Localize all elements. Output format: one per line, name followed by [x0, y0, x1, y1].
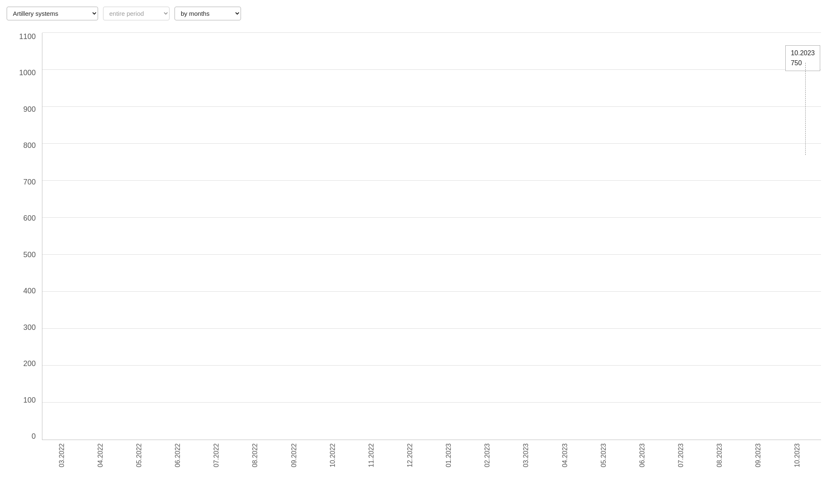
x-label: 04.2023 — [561, 443, 569, 467]
x-label: 03.2022 — [58, 443, 66, 467]
x-label-group: 04.2022 — [85, 440, 116, 473]
x-label-group: 07.2023 — [666, 440, 697, 473]
x-label-group: 08.2023 — [704, 440, 735, 473]
period-select[interactable]: entire period 2022 2023 — [103, 7, 170, 20]
x-label: 01.2023 — [445, 443, 452, 467]
tooltip-line — [805, 63, 806, 155]
grouping-select[interactable]: by months by weeks by days — [175, 7, 241, 20]
tooltip-value: 750 — [791, 58, 815, 68]
x-label: 12.2022 — [406, 443, 414, 467]
x-label-group: 09.2023 — [743, 440, 774, 473]
x-label: 10.2022 — [329, 443, 337, 467]
x-label-group: 05.2022 — [123, 440, 155, 473]
y-label: 300 — [15, 324, 40, 331]
y-label: 200 — [15, 360, 40, 367]
x-label-group: 10.2023 — [782, 440, 813, 473]
x-label: 06.2022 — [174, 443, 182, 467]
filter-controls: Artillery systems Tanks Aircraft Helicop… — [7, 7, 824, 20]
y-label: 800 — [15, 142, 40, 149]
y-axis: 010020030040050060070080090010001100 — [15, 33, 40, 440]
x-label: 07.2023 — [677, 443, 685, 467]
tooltip-box: 10.2023 750 — [785, 45, 820, 71]
x-label: 07.2022 — [213, 443, 220, 467]
y-label: 600 — [15, 214, 40, 222]
x-label-group: 04.2023 — [549, 440, 580, 473]
x-label-group: 05.2023 — [588, 440, 619, 473]
x-label: 06.2023 — [639, 443, 646, 467]
x-label-group: 03.2022 — [46, 440, 77, 473]
x-label-group: 11.2022 — [356, 440, 387, 473]
x-label-group: 12.2022 — [394, 440, 425, 473]
category-select[interactable]: Artillery systems Tanks Aircraft Helicop… — [7, 7, 98, 20]
y-label: 0 — [15, 433, 40, 440]
x-label: 09.2023 — [755, 443, 762, 467]
x-label: 05.2023 — [600, 443, 607, 467]
x-label: 04.2022 — [97, 443, 104, 467]
x-label-group: 08.2022 — [240, 440, 271, 473]
bars-container — [42, 33, 821, 440]
x-label: 08.2023 — [716, 443, 723, 467]
x-axis: 03.202204.202205.202206.202207.202208.20… — [42, 440, 821, 473]
x-label-group: 01.2023 — [433, 440, 465, 473]
y-label: 100 — [15, 396, 40, 404]
x-label-group: 07.2022 — [201, 440, 232, 473]
chart-area: 010020030040050060070080090010001100 10.… — [15, 33, 821, 473]
x-label-group: 06.2023 — [627, 440, 658, 473]
x-label: 03.2023 — [522, 443, 530, 467]
x-label: 05.2022 — [135, 443, 143, 467]
x-label-group: 03.2023 — [511, 440, 542, 473]
x-label-group: 02.2023 — [472, 440, 503, 473]
x-label: 09.2022 — [290, 443, 298, 467]
x-label-group: 09.2022 — [278, 440, 310, 473]
y-label: 1100 — [15, 33, 40, 40]
x-label-group: 06.2022 — [162, 440, 193, 473]
x-label: 10.2023 — [794, 443, 801, 467]
x-label: 08.2022 — [251, 443, 259, 467]
y-label: 400 — [15, 287, 40, 295]
x-label-group: 10.2022 — [317, 440, 348, 473]
y-label: 900 — [15, 106, 40, 113]
y-label: 500 — [15, 251, 40, 258]
y-label: 700 — [15, 178, 40, 186]
y-label: 1000 — [15, 69, 40, 76]
chart-plot: 10.2023 750 — [42, 33, 821, 440]
x-label: 02.2023 — [484, 443, 491, 467]
tooltip-date: 10.2023 — [791, 48, 815, 58]
x-label: 11.2022 — [368, 443, 375, 467]
